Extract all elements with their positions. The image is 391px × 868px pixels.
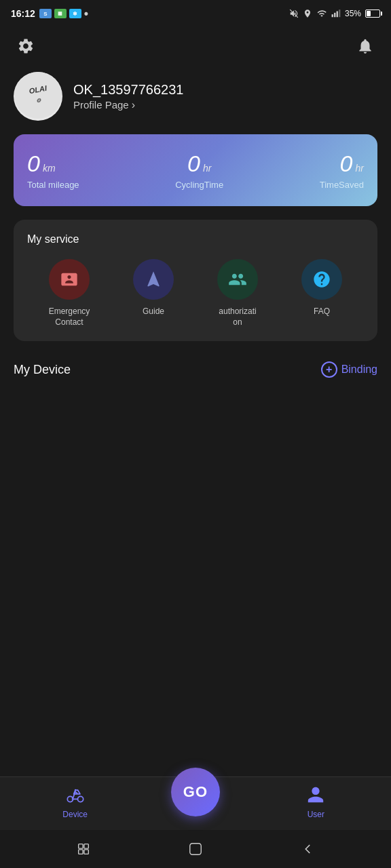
svg-rect-2 bbox=[334, 13, 335, 17]
stats-card: 0 km Total mileage 0 hr CyclingTime 0 hr… bbox=[14, 134, 377, 206]
go-button[interactable]: GO bbox=[171, 768, 220, 816]
wifi-icon bbox=[316, 9, 327, 18]
service-item-auth[interactable]: authorization bbox=[214, 259, 261, 328]
notification-button[interactable] bbox=[353, 34, 377, 58]
svg-point-9 bbox=[77, 796, 83, 802]
binding-label: Binding bbox=[341, 363, 377, 376]
recents-button[interactable] bbox=[73, 839, 94, 859]
emergency-icon-circle bbox=[49, 259, 90, 300]
avatar: OLAI ⚙ bbox=[14, 72, 62, 121]
status-bar: 16:12 S ▦ ❄ • 35% bbox=[0, 0, 391, 27]
faq-icon bbox=[312, 270, 331, 289]
svg-rect-14 bbox=[84, 850, 88, 854]
cycling-value: 0 bbox=[187, 151, 200, 177]
device-nav-label: Device bbox=[62, 810, 88, 819]
service-item-faq[interactable]: FAQ bbox=[298, 259, 346, 317]
timesaved-unit: hr bbox=[356, 163, 364, 174]
status-icon-3: ❄ bbox=[69, 9, 81, 18]
back-icon bbox=[300, 842, 315, 856]
auth-icon bbox=[228, 270, 247, 289]
svg-text:⚙: ⚙ bbox=[36, 98, 41, 104]
app-bar bbox=[0, 27, 391, 65]
cycling-label: CyclingTime bbox=[175, 180, 223, 190]
signal-icon bbox=[331, 9, 341, 18]
service-section: My service EmergencyContact Guide bbox=[14, 220, 377, 341]
profile-username: OK_13597766231 bbox=[73, 82, 377, 98]
timesaved-value: 0 bbox=[340, 151, 353, 177]
svg-rect-15 bbox=[190, 844, 202, 855]
status-time: 16:12 bbox=[11, 8, 35, 19]
guide-label: Guide bbox=[143, 307, 164, 317]
user-nav-label: User bbox=[308, 810, 324, 819]
device-title: My Device bbox=[14, 363, 71, 377]
status-icon-2: ▦ bbox=[54, 9, 67, 18]
svg-rect-11 bbox=[78, 844, 82, 848]
home-button[interactable] bbox=[185, 839, 206, 859]
settings-button[interactable] bbox=[14, 34, 38, 58]
bell-icon bbox=[356, 37, 374, 55]
mileage-unit: km bbox=[43, 163, 56, 174]
content-spacer bbox=[0, 389, 391, 776]
user-icon bbox=[306, 785, 325, 804]
stat-mileage: 0 km Total mileage bbox=[27, 151, 79, 190]
battery-percent: 35% bbox=[345, 9, 361, 18]
binding-plus-icon: + bbox=[321, 361, 337, 378]
mute-icon bbox=[289, 9, 299, 18]
cycling-unit: hr bbox=[203, 163, 211, 174]
nav-user[interactable]: User bbox=[288, 785, 343, 819]
android-nav-bar bbox=[0, 830, 391, 868]
status-dot: • bbox=[84, 7, 88, 20]
binding-button[interactable]: + Binding bbox=[321, 361, 377, 378]
service-icons-row: EmergencyContact Guide authorization bbox=[27, 259, 364, 328]
emergency-label: EmergencyContact bbox=[49, 307, 90, 328]
guide-icon bbox=[144, 270, 163, 289]
mileage-value: 0 bbox=[27, 151, 40, 177]
recents-icon bbox=[76, 842, 91, 856]
location-icon bbox=[303, 9, 312, 18]
svg-rect-13 bbox=[84, 844, 88, 848]
timesaved-label: TimeSaved bbox=[320, 180, 364, 190]
chevron-right-icon: › bbox=[132, 99, 135, 111]
status-right: 35% bbox=[289, 9, 380, 18]
stat-cycling: 0 hr CyclingTime bbox=[175, 151, 223, 190]
profile-section: OLAI ⚙ OK_13597766231 Profile Page › bbox=[0, 65, 391, 134]
mileage-label: Total mileage bbox=[27, 180, 79, 190]
svg-rect-1 bbox=[332, 14, 333, 17]
guide-icon-circle bbox=[133, 259, 174, 300]
profile-page-link[interactable]: Profile Page › bbox=[73, 99, 377, 111]
svg-rect-3 bbox=[337, 12, 338, 18]
avatar-logo: OLAI ⚙ bbox=[14, 72, 62, 121]
profile-page-label: Profile Page bbox=[73, 99, 129, 111]
go-label: GO bbox=[183, 783, 208, 801]
user-nav-icon bbox=[306, 785, 325, 807]
battery-icon bbox=[365, 9, 380, 18]
service-item-guide[interactable]: Guide bbox=[130, 259, 177, 317]
stat-timesaved: 0 hr TimeSaved bbox=[320, 151, 364, 190]
device-section: My Device + Binding bbox=[0, 355, 391, 389]
svg-rect-12 bbox=[78, 850, 82, 854]
status-icon-1: S bbox=[39, 9, 52, 18]
svg-point-10 bbox=[74, 789, 75, 791]
svg-point-5 bbox=[14, 72, 62, 119]
profile-info: OK_13597766231 Profile Page › bbox=[73, 82, 377, 111]
home-icon bbox=[188, 842, 203, 856]
bicycle-icon bbox=[66, 785, 85, 804]
nav-device[interactable]: Device bbox=[48, 785, 103, 819]
gear-icon bbox=[17, 37, 35, 55]
back-button[interactable] bbox=[297, 839, 318, 859]
emergency-icon bbox=[60, 270, 79, 289]
auth-icon-circle bbox=[217, 259, 258, 300]
auth-label: authorization bbox=[219, 307, 256, 328]
faq-icon-circle bbox=[301, 259, 342, 300]
faq-label: FAQ bbox=[314, 307, 330, 317]
service-title: My service bbox=[27, 233, 364, 245]
svg-rect-4 bbox=[339, 9, 340, 17]
device-nav-icon bbox=[66, 785, 85, 807]
bottom-nav: Device GO User bbox=[0, 776, 391, 830]
service-item-emergency[interactable]: EmergencyContact bbox=[45, 259, 93, 328]
